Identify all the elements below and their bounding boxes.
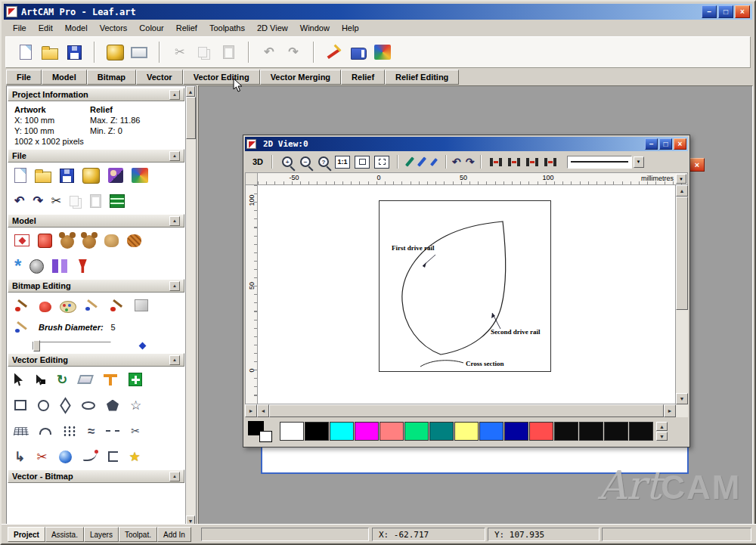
- scrollbar-thumb[interactable]: [269, 404, 664, 417]
- paste-button-disabled[interactable]: [216, 40, 240, 64]
- vertical-scrollbar[interactable]: ▲ ▼: [676, 185, 688, 404]
- arc-tool-icon[interactable]: [39, 428, 51, 435]
- cut-button-disabled[interactable]: ✂: [168, 40, 192, 64]
- save-model-button[interactable]: [62, 40, 86, 64]
- undo-icon[interactable]: ↶: [14, 195, 24, 207]
- scroll-left-button[interactable]: ◄: [257, 404, 269, 417]
- colour-swatch[interactable]: [404, 422, 429, 441]
- tab-bitmap[interactable]: Bitmap: [87, 70, 136, 85]
- menu-item-2d-view[interactable]: 2D View: [251, 21, 294, 35]
- pentagon-tool-icon[interactable]: [107, 400, 119, 411]
- face-wizard-icon[interactable]: [29, 259, 44, 274]
- panel-tab-toolpaths[interactable]: Toolpat.: [119, 527, 157, 542]
- minimize-button[interactable]: –: [702, 5, 717, 18]
- panel-tab-addin[interactable]: Add In: [157, 527, 191, 542]
- menu-item-edit[interactable]: Edit: [33, 21, 59, 35]
- new-model-button[interactable]: [14, 40, 38, 64]
- new-model-icon[interactable]: [14, 168, 26, 183]
- paste-icon-disabled[interactable]: [90, 194, 101, 208]
- open-model-icon[interactable]: [35, 172, 51, 183]
- scroll-right-button[interactable]: ►: [664, 404, 676, 417]
- colour-swatch[interactable]: [305, 422, 329, 441]
- panel-tab-assistant[interactable]: Assista.: [45, 527, 84, 542]
- colour-swatch[interactable]: [604, 422, 628, 441]
- scrollbar-thumb[interactable]: [676, 197, 688, 310]
- zoom-rect-button[interactable]: [374, 156, 389, 169]
- ruler-units-dropdown[interactable]: ▼: [676, 174, 686, 184]
- undo-view-icon[interactable]: ↶: [452, 156, 461, 167]
- palette-scroll-down-button[interactable]: ▼: [656, 432, 668, 441]
- view-3d-button[interactable]: 3D: [253, 157, 263, 166]
- redo-button-disabled[interactable]: ↷: [281, 40, 305, 64]
- zoom-out-icon[interactable]: −: [300, 156, 311, 167]
- collapse-button[interactable]: ▲: [169, 216, 180, 226]
- background-window-close-button[interactable]: ×: [689, 158, 705, 172]
- slider-handle[interactable]: [33, 340, 40, 351]
- circle-tool-icon[interactable]: [38, 400, 49, 411]
- view-2d-maximize-button[interactable]: □: [659, 138, 672, 150]
- menu-item-window[interactable]: Window: [294, 21, 336, 35]
- brush-diameter-slider[interactable]: [33, 342, 111, 350]
- collapse-button[interactable]: ▲: [169, 151, 180, 161]
- collapse-button[interactable]: ▲: [169, 355, 180, 365]
- paint-brush-icon[interactable]: [14, 298, 31, 313]
- panel-tab-project[interactable]: Project: [8, 527, 45, 542]
- cut-vector-icon[interactable]: ✂: [36, 451, 47, 463]
- tab-vector-editing[interactable]: Vector Editing: [183, 70, 260, 85]
- machine-relief-icon[interactable]: [76, 259, 89, 273]
- draw-node-tool-icon[interactable]: [405, 156, 414, 166]
- bezier-curve-icon[interactable]: [83, 452, 97, 461]
- colour-swatch[interactable]: [429, 422, 454, 441]
- menu-item-toolpaths[interactable]: Toolpaths: [203, 21, 251, 35]
- scroll-down-button[interactable]: ▼: [676, 393, 688, 404]
- zoom-page-button[interactable]: [355, 156, 370, 169]
- redo-icon[interactable]: ↷: [33, 195, 42, 207]
- set-model-size-button[interactable]: [103, 40, 127, 64]
- shear-vectors-icon[interactable]: [77, 375, 94, 384]
- pane-splitter-button[interactable]: ►: [245, 404, 257, 417]
- secondary-colour[interactable]: [259, 431, 272, 442]
- snap-objects-icon[interactable]: [526, 158, 538, 166]
- scale-1-1-button[interactable]: 1:1: [335, 156, 350, 169]
- select-vectors-icon[interactable]: [14, 373, 24, 386]
- envelope-distort-icon[interactable]: [14, 427, 29, 435]
- sculpt-relief-icon[interactable]: [104, 234, 119, 247]
- section-header-model[interactable]: Model ▲: [8, 214, 184, 228]
- line-style-dropdown-arrow[interactable]: ▼: [634, 156, 644, 168]
- current-colours-widget[interactable]: [248, 421, 274, 442]
- paste-along-curve-icon[interactable]: [63, 426, 76, 436]
- collapse-button[interactable]: ▲: [169, 472, 180, 482]
- section-header-project-information[interactable]: Project Information ▲: [8, 88, 184, 101]
- slice-model-icon[interactable]: [52, 259, 67, 273]
- invert-relief-icon[interactable]: [38, 234, 52, 248]
- polygon-tool-icon[interactable]: [60, 397, 70, 413]
- horizontal-scrollbar[interactable]: ► ◄ ►: [245, 404, 688, 417]
- paint-selective-icon[interactable]: [110, 298, 126, 313]
- page-border-button[interactable]: [127, 40, 151, 64]
- draw-pencil-icon[interactable]: [85, 299, 101, 312]
- colour-swatch[interactable]: [330, 422, 354, 441]
- colour-swatch[interactable]: [579, 422, 603, 441]
- menu-item-colour[interactable]: Colour: [133, 21, 169, 35]
- section-header-bitmap-editing[interactable]: Bitmap Editing ▲: [8, 279, 184, 293]
- wrap-vectors-icon[interactable]: [59, 451, 72, 463]
- view-2d-minimize-button[interactable]: –: [645, 138, 658, 150]
- tab-relief-editing[interactable]: Relief Editing: [385, 70, 459, 85]
- scroll-up-button[interactable]: ▲: [676, 185, 688, 197]
- menu-item-relief[interactable]: Relief: [170, 21, 203, 35]
- help-reference-button[interactable]: [346, 40, 370, 64]
- draw-pen-tool-icon[interactable]: [417, 156, 426, 166]
- cut-icon[interactable]: ✂: [51, 195, 61, 207]
- flood-fill-icon[interactable]: [39, 302, 51, 312]
- trim-vectors-icon[interactable]: ✂: [131, 426, 140, 436]
- maximize-button[interactable]: □: [718, 5, 733, 18]
- colour-swatch[interactable]: [529, 422, 553, 441]
- create-vector-icon[interactable]: [129, 373, 142, 386]
- colour-swatch[interactable]: [629, 422, 653, 441]
- view-2d-close-button[interactable]: ×: [674, 138, 686, 150]
- ellipse-tool-icon[interactable]: [82, 401, 95, 410]
- star-tool-icon[interactable]: ☆: [130, 399, 141, 412]
- draw-point-tool-icon[interactable]: [430, 158, 438, 166]
- redo-view-icon[interactable]: ↷: [466, 156, 475, 167]
- copy-button-disabled[interactable]: [192, 40, 216, 64]
